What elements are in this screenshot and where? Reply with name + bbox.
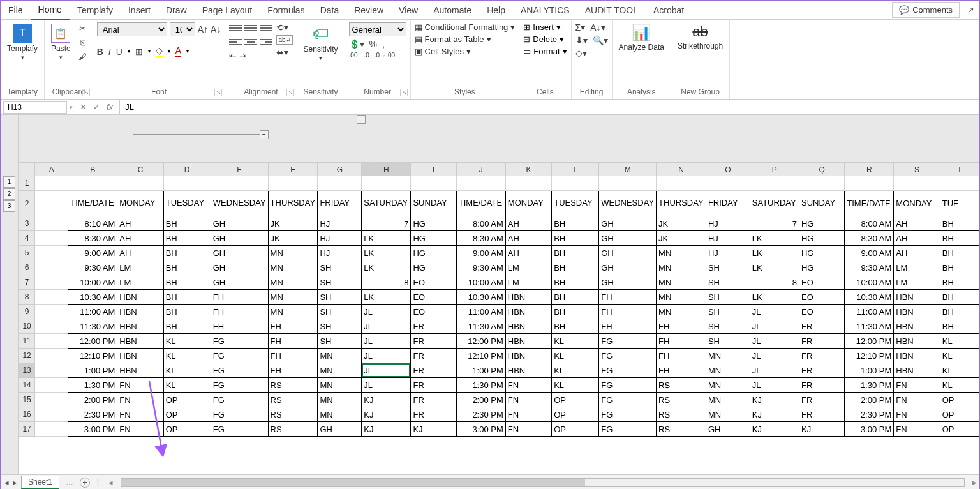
outline-collapse-1[interactable]: − bbox=[357, 115, 366, 124]
cell-H13[interactable]: JL bbox=[362, 363, 411, 378]
cell-G14[interactable]: MN bbox=[318, 378, 362, 393]
cell-R14[interactable]: 1:30 PM bbox=[845, 378, 894, 393]
cell-P7[interactable]: 8 bbox=[750, 275, 799, 290]
bold-button[interactable]: B bbox=[97, 47, 103, 57]
cell-Q10[interactable]: FR bbox=[799, 319, 844, 334]
cell-D15[interactable]: OP bbox=[163, 393, 211, 407]
cell-T9[interactable]: BH bbox=[940, 305, 979, 319]
cell-O7[interactable]: SH bbox=[706, 275, 750, 290]
clear-icon[interactable]: ◇▾ bbox=[575, 48, 587, 58]
formula-input[interactable] bbox=[120, 102, 979, 112]
cell-O8[interactable]: SH bbox=[706, 290, 750, 305]
font-size-select[interactable]: 10 bbox=[170, 22, 195, 36]
cell-L7[interactable]: BH bbox=[552, 275, 599, 290]
percent-icon[interactable]: % bbox=[369, 39, 377, 49]
cell-N4[interactable]: JK bbox=[657, 231, 706, 246]
cell-G6[interactable]: SH bbox=[318, 260, 362, 275]
cell-I3[interactable]: HG bbox=[411, 216, 456, 231]
cell-N14[interactable]: RS bbox=[657, 378, 706, 393]
cell-E8[interactable]: FH bbox=[211, 290, 268, 305]
tab-templafy[interactable]: Templafy bbox=[70, 1, 121, 19]
cell-G16[interactable]: MN bbox=[318, 407, 362, 422]
cell-T14[interactable]: KL bbox=[940, 378, 979, 393]
cell-I17[interactable]: KJ bbox=[411, 422, 456, 437]
cell-M13[interactable]: FG bbox=[599, 363, 657, 378]
cell-D17[interactable]: OP bbox=[163, 422, 211, 437]
cell-F8[interactable]: MN bbox=[268, 290, 318, 305]
cell-I7[interactable]: EO bbox=[411, 275, 456, 290]
cell-R12[interactable]: 12:10 PM bbox=[845, 349, 894, 363]
format-painter-icon[interactable]: 🖌 bbox=[77, 50, 89, 62]
cell-G3[interactable]: HJ bbox=[318, 216, 362, 231]
cell-L6[interactable]: BH bbox=[552, 260, 599, 275]
cell-E7[interactable]: GH bbox=[211, 275, 268, 290]
horizontal-scrollbar[interactable] bbox=[121, 478, 965, 487]
row-header-7[interactable]: 7 bbox=[19, 275, 35, 290]
col-header-M[interactable]: M bbox=[599, 163, 657, 176]
cell-N8[interactable]: MN bbox=[657, 290, 706, 305]
cell-N3[interactable]: JK bbox=[657, 216, 706, 231]
cell-O5[interactable]: HJ bbox=[706, 246, 750, 260]
row-header-8[interactable]: 8 bbox=[19, 290, 35, 305]
cell-B10[interactable]: 11:30 AM bbox=[68, 319, 117, 334]
cell-H10[interactable]: JL bbox=[362, 319, 411, 334]
cell-Q11[interactable]: FR bbox=[799, 334, 844, 349]
col-header-E[interactable]: E bbox=[211, 163, 268, 176]
row-header-6[interactable]: 6 bbox=[19, 260, 35, 275]
cell-T5[interactable]: BH bbox=[940, 246, 979, 260]
cell-J16[interactable]: 2:30 PM bbox=[456, 407, 505, 422]
cell-O14[interactable]: MN bbox=[706, 378, 750, 393]
cell-R9[interactable]: 11:00 AM bbox=[845, 305, 894, 319]
wrap-text-icon[interactable]: ab↲ bbox=[276, 35, 292, 45]
cell-J8[interactable]: 10:30 AM bbox=[456, 290, 505, 305]
paste-button[interactable]: 📋 Paste ▾ bbox=[48, 22, 73, 62]
new-sheet-icon[interactable]: + bbox=[80, 478, 90, 488]
cell-K17[interactable]: FN bbox=[505, 422, 551, 437]
cell-H14[interactable]: JL bbox=[362, 378, 411, 393]
cell-D11[interactable]: KL bbox=[163, 334, 211, 349]
cell-G9[interactable]: SH bbox=[318, 305, 362, 319]
cell-C12[interactable]: HBN bbox=[117, 349, 163, 363]
cell-B17[interactable]: 3:00 PM bbox=[68, 422, 117, 437]
cell-K11[interactable]: HBN bbox=[505, 334, 551, 349]
cell-O3[interactable]: HJ bbox=[706, 216, 750, 231]
cut-icon[interactable]: ✂ bbox=[77, 22, 89, 34]
cell-T7[interactable]: BH bbox=[940, 275, 979, 290]
cell-E9[interactable]: FH bbox=[211, 305, 268, 319]
cell-J6[interactable]: 9:30 AM bbox=[456, 260, 505, 275]
decrease-indent-icon[interactable]: ⇤ bbox=[229, 50, 237, 61]
tab-help[interactable]: Help bbox=[479, 1, 513, 19]
worksheet-grid[interactable]: − − ABCDEFGHIJKLMNOPQRST12TIME/DATEMONDA… bbox=[19, 115, 979, 474]
cell-J14[interactable]: 1:30 PM bbox=[456, 378, 505, 393]
cell-S13[interactable]: HBN bbox=[894, 363, 940, 378]
cell-O17[interactable]: GH bbox=[706, 422, 750, 437]
templafy-button[interactable]: T Templafy ▾ bbox=[4, 22, 40, 62]
cell-M14[interactable]: FG bbox=[599, 378, 657, 393]
cell-I14[interactable]: FR bbox=[411, 378, 456, 393]
col-header-F[interactable]: F bbox=[268, 163, 318, 176]
cell-R3[interactable]: 8:00 AM bbox=[845, 216, 894, 231]
comments-button[interactable]: 💬 Comments bbox=[892, 2, 960, 18]
fill-color-button[interactable]: ◇ bbox=[156, 45, 163, 57]
cell-M11[interactable]: FG bbox=[599, 334, 657, 349]
col-header-L[interactable]: L bbox=[552, 163, 599, 176]
col-header-P[interactable]: P bbox=[750, 163, 799, 176]
cell-D5[interactable]: BH bbox=[163, 246, 211, 260]
cell-T6[interactable]: BH bbox=[940, 260, 979, 275]
cell-F4[interactable]: JK bbox=[268, 231, 318, 246]
cell-S8[interactable]: HBN bbox=[894, 290, 940, 305]
cell-Q8[interactable]: EO bbox=[799, 290, 844, 305]
cell-J17[interactable]: 3:00 PM bbox=[456, 422, 505, 437]
cell-P4[interactable]: LK bbox=[750, 231, 799, 246]
format-table-button[interactable]: ▤Format as Table ▾ bbox=[415, 34, 516, 44]
cell-R7[interactable]: 10:00 AM bbox=[845, 275, 894, 290]
cell-L17[interactable]: OP bbox=[552, 422, 599, 437]
cell-J12[interactable]: 12:10 PM bbox=[456, 349, 505, 363]
cell-R8[interactable]: 10:30 AM bbox=[845, 290, 894, 305]
cell-I11[interactable]: FR bbox=[411, 334, 456, 349]
cell-M7[interactable]: GH bbox=[599, 275, 657, 290]
cell-S9[interactable]: HBN bbox=[894, 305, 940, 319]
row-header-11[interactable]: 11 bbox=[19, 334, 35, 349]
cell-M9[interactable]: FH bbox=[599, 305, 657, 319]
cell-H3[interactable]: 7 bbox=[362, 216, 411, 231]
